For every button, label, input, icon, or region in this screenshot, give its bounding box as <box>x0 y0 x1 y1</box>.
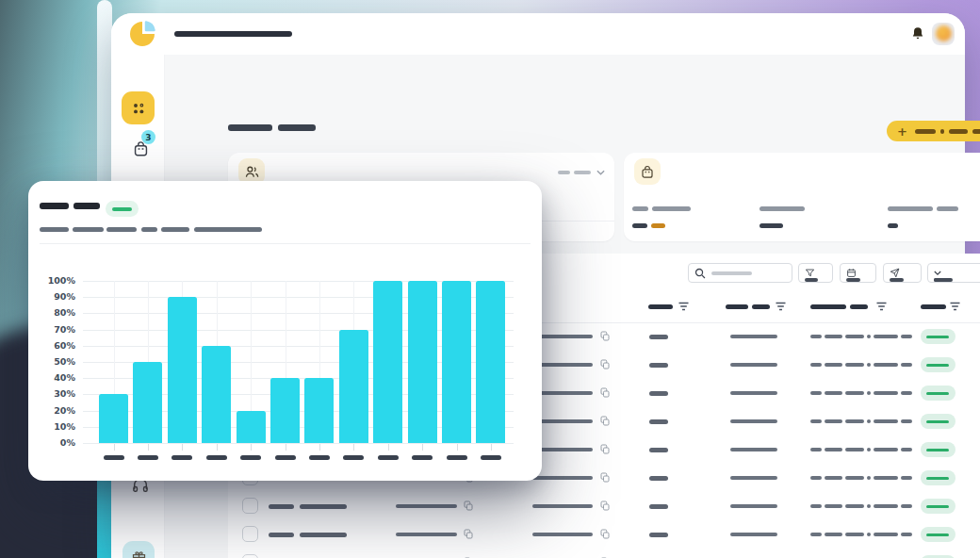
x-label-placeholder <box>275 455 296 460</box>
add-new-button[interactable]: + <box>887 121 980 141</box>
date-placeholder <box>845 391 864 395</box>
filter-button[interactable] <box>798 263 833 283</box>
copy-icon[interactable] <box>599 386 611 399</box>
screenshot-stage: 3 + <box>0 0 980 558</box>
date-filter-button[interactable] <box>840 263 876 283</box>
status-badge <box>921 386 956 401</box>
table-row[interactable] <box>228 549 980 558</box>
copy-icon[interactable] <box>463 528 474 540</box>
date-placeholder <box>810 419 822 423</box>
sort-dropdown[interactable] <box>927 263 980 283</box>
x-tick <box>114 443 115 451</box>
column-header-placeholder <box>850 304 868 309</box>
date-placeholder <box>867 504 871 508</box>
window-title-placeholder <box>174 31 292 37</box>
x-label-placeholder <box>378 455 399 460</box>
copy-icon[interactable] <box>599 443 611 455</box>
sidebar-item-apps[interactable] <box>122 91 155 124</box>
search-placeholder <box>711 271 752 275</box>
bell-icon[interactable] <box>910 25 925 41</box>
copy-icon[interactable] <box>599 415 611 427</box>
copy-icon[interactable] <box>599 358 611 370</box>
plus-icon: + <box>897 125 907 138</box>
date-placeholder <box>874 504 898 508</box>
bar <box>99 394 128 443</box>
grid-apps-icon <box>130 100 147 117</box>
date-placeholder <box>874 363 898 367</box>
value-placeholder <box>632 223 647 228</box>
y-tick-label: 10% <box>36 421 75 432</box>
cell-placeholder <box>649 335 668 339</box>
pie-chart-logo-icon[interactable] <box>126 18 158 50</box>
table-row[interactable] <box>228 520 980 549</box>
chart-subtitle-placeholder <box>161 227 189 232</box>
calendar-icon <box>846 268 857 278</box>
x-label-placeholder <box>447 455 467 460</box>
x-label-placeholder <box>138 455 158 460</box>
date-placeholder <box>901 476 912 480</box>
row-checkbox[interactable] <box>242 526 258 542</box>
status-badge <box>921 442 956 457</box>
stat-placeholder <box>632 206 648 211</box>
date-placeholder <box>825 419 842 423</box>
date-placeholder <box>825 476 842 480</box>
table-row[interactable] <box>228 492 980 520</box>
status-dash <box>926 336 949 338</box>
x-label-placeholder <box>240 455 261 460</box>
x-label-placeholder <box>206 455 227 460</box>
status-dash <box>926 449 949 451</box>
x-tick <box>251 443 252 451</box>
row-checkbox[interactable] <box>242 498 258 514</box>
column-filter-icon[interactable] <box>678 302 689 311</box>
avatar[interactable] <box>932 23 955 45</box>
cell-placeholder <box>730 391 777 395</box>
date-placeholder <box>825 533 842 536</box>
row-checkbox[interactable] <box>242 554 258 558</box>
cell-placeholder <box>396 504 457 508</box>
cell-placeholder <box>300 504 347 509</box>
bar <box>442 281 471 443</box>
x-tick <box>319 443 320 451</box>
bar <box>339 330 368 443</box>
date-placeholder <box>825 363 842 367</box>
column-filter-icon[interactable] <box>876 302 887 311</box>
date-placeholder <box>810 504 822 508</box>
cell-placeholder <box>649 533 668 537</box>
send-plane-icon <box>890 268 900 278</box>
cell-placeholder <box>730 335 777 338</box>
chevron-down-icon[interactable] <box>596 170 605 176</box>
team-members-icon <box>244 164 260 180</box>
send-button[interactable] <box>883 263 922 283</box>
column-filter-icon[interactable] <box>776 302 786 311</box>
cell-placeholder <box>649 476 668 481</box>
copy-icon[interactable] <box>599 330 611 342</box>
chart-plot <box>83 281 514 443</box>
chart-subtitle-placeholder <box>141 227 157 232</box>
status-dash <box>926 392 949 395</box>
date-placeholder <box>825 335 842 338</box>
cell-placeholder <box>649 363 668 368</box>
copy-icon[interactable] <box>463 500 474 512</box>
cell-placeholder <box>532 533 593 536</box>
copy-icon[interactable] <box>599 471 611 484</box>
sidebar-item-rewards[interactable] <box>122 541 155 558</box>
x-label-placeholder <box>309 455 330 460</box>
value-placeholder <box>760 223 783 228</box>
date-placeholder <box>867 391 871 395</box>
cell-placeholder <box>730 476 777 480</box>
copy-icon[interactable] <box>599 528 611 540</box>
card-icon-tile <box>634 158 661 185</box>
chart-card: 100%90%80%70%60%50%40%30%20%10%0% <box>28 181 542 481</box>
x-label-placeholder <box>172 455 192 460</box>
column-header-placeholder <box>810 304 846 309</box>
trend-badge <box>106 201 139 217</box>
date-placeholder <box>845 363 864 367</box>
status-badge <box>921 329 956 344</box>
column-filter-icon[interactable] <box>950 302 960 311</box>
card-range-placeholder <box>558 171 570 174</box>
date-placeholder <box>825 504 842 508</box>
copy-icon[interactable] <box>599 500 611 512</box>
magnifier-icon <box>694 268 706 279</box>
search-input[interactable] <box>688 263 792 283</box>
column-header-placeholder <box>752 304 770 309</box>
